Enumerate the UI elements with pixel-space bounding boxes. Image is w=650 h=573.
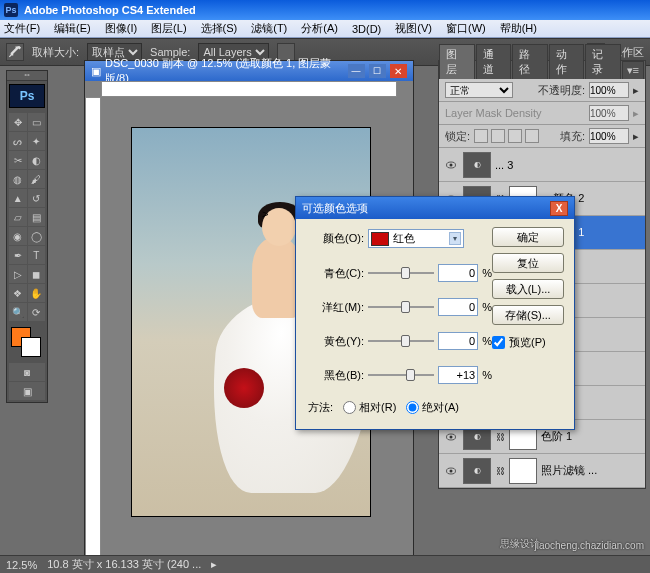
ok-button[interactable]: 确定 <box>492 227 564 247</box>
chevron-down-icon[interactable]: ▾ <box>449 232 461 245</box>
tool-screenmode[interactable]: ▣ <box>9 382 45 400</box>
preview-checkbox-row[interactable]: 预览(P) <box>492 335 564 350</box>
tool-brush[interactable]: 🖌 <box>28 170 46 188</box>
menu-3d[interactable]: 3D(D) <box>352 23 381 35</box>
menu-select[interactable]: 选择(S) <box>201 21 238 36</box>
minimize-button[interactable]: — <box>348 64 365 78</box>
slider-value-1[interactable] <box>438 298 478 316</box>
tab-layers[interactable]: 图层 <box>439 44 475 79</box>
tab-channels[interactable]: 通道 <box>476 44 512 79</box>
layer-mask-thumb[interactable] <box>509 458 537 484</box>
slider-3[interactable] <box>368 368 434 382</box>
opacity-flyout-icon[interactable]: ▸ <box>633 84 639 97</box>
zoom-level[interactable]: 12.5% <box>6 559 37 571</box>
cancel-button[interactable]: 复位 <box>492 253 564 273</box>
layer-adj-thumb[interactable]: ◐ <box>463 458 491 484</box>
layer-row-9[interactable]: ◐⛓照片滤镜 ... <box>439 454 645 488</box>
tool-gradient[interactable]: ▤ <box>28 208 46 226</box>
layer-name[interactable]: ... 3 <box>495 159 641 171</box>
slider-0[interactable] <box>368 266 434 280</box>
tool-wand[interactable]: ✦ <box>28 132 46 150</box>
ruler-horizontal[interactable] <box>101 81 397 97</box>
lock-all-icon[interactable] <box>525 129 539 143</box>
method-absolute-radio[interactable] <box>406 401 419 414</box>
layer-row-0[interactable]: ◐... 3 <box>439 148 645 182</box>
visibility-eye-icon[interactable] <box>443 429 459 445</box>
tool-eyedropper[interactable]: ◐ <box>28 151 46 169</box>
menu-edit[interactable]: 编辑(E) <box>54 21 91 36</box>
layer-name[interactable]: 照片滤镜 ... <box>541 463 641 478</box>
tool-shape[interactable]: ◼ <box>28 265 46 283</box>
lock-pixels-icon[interactable] <box>491 129 505 143</box>
tool-quickmask[interactable]: ◙ <box>9 363 45 381</box>
menu-layer[interactable]: 图层(L) <box>151 21 186 36</box>
preview-checkbox[interactable] <box>492 336 505 349</box>
menu-filter[interactable]: 滤镜(T) <box>251 21 287 36</box>
toolbox[interactable]: •• Ps ✥▭ ᔕ✦ ✂◐ ◍🖌 ▲↺ ▱▤ ◉◯ ✒T ▷◼ ❖✋ 🔍⟳ ◙… <box>6 70 48 403</box>
color-select[interactable]: 红色 ▾ <box>368 229 464 248</box>
doc-close-button[interactable]: ✕ <box>390 64 407 78</box>
eyedropper-icon[interactable] <box>6 43 24 61</box>
menu-window[interactable]: 窗口(W) <box>446 21 486 36</box>
lock-position-icon[interactable] <box>508 129 522 143</box>
menu-view[interactable]: 视图(V) <box>395 21 432 36</box>
dialog-close-button[interactable]: X <box>550 201 568 216</box>
tool-crop[interactable]: ✂ <box>9 151 27 169</box>
tool-heal[interactable]: ◍ <box>9 170 27 188</box>
tool-stamp[interactable]: ▲ <box>9 189 27 207</box>
method-absolute[interactable]: 绝对(A) <box>406 400 459 415</box>
toolbox-grip[interactable]: •• <box>7 71 47 81</box>
slider-value-2[interactable] <box>438 332 478 350</box>
method-relative-radio[interactable] <box>343 401 356 414</box>
main-menubar[interactable]: 文件(F) 编辑(E) 图像(I) 图层(L) 选择(S) 滤镜(T) 分析(A… <box>0 20 650 38</box>
menu-analysis[interactable]: 分析(A) <box>301 21 338 36</box>
tool-marquee[interactable]: ▭ <box>28 113 46 131</box>
link-icon[interactable]: ⛓ <box>495 432 505 442</box>
maximize-button[interactable]: ☐ <box>369 64 386 78</box>
background-color[interactable] <box>21 337 41 357</box>
tool-lasso[interactable]: ᔕ <box>9 132 27 150</box>
method-relative[interactable]: 相对(R) <box>343 400 396 415</box>
fill-flyout-icon[interactable]: ▸ <box>633 130 639 143</box>
opacity-input[interactable] <box>589 82 629 98</box>
link-icon[interactable]: ⛓ <box>495 466 505 476</box>
tool-move[interactable]: ✥ <box>9 113 27 131</box>
menu-image[interactable]: 图像(I) <box>105 21 137 36</box>
layer-adj-thumb[interactable]: ◐ <box>463 152 491 178</box>
layer-name[interactable]: 色阶 1 <box>541 429 641 444</box>
blend-mode-select[interactable]: 正常 <box>445 82 513 98</box>
tool-eraser[interactable]: ▱ <box>9 208 27 226</box>
tool-path[interactable]: ▷ <box>9 265 27 283</box>
dialog-titlebar[interactable]: 可选颜色选项 X <box>296 197 574 219</box>
slider-2[interactable] <box>368 334 434 348</box>
document-titlebar[interactable]: ▣ DSC_0030 副本 @ 12.5% (选取颜色 1, 图层蒙版/8) —… <box>85 61 413 81</box>
tool-type[interactable]: T <box>28 246 46 264</box>
menu-file[interactable]: 文件(F) <box>4 21 40 36</box>
tool-dodge[interactable]: ◯ <box>28 227 46 245</box>
tool-zoom[interactable]: 🔍 <box>9 303 27 321</box>
tab-actions[interactable]: 动作 <box>549 44 585 79</box>
tool-hand[interactable]: ✋ <box>28 284 46 302</box>
panel-tab-strip[interactable]: 图层 通道 路径 动作 记录 ▾≡ <box>439 61 645 79</box>
tool-blur[interactable]: ◉ <box>9 227 27 245</box>
ruler-vertical[interactable] <box>85 97 101 557</box>
color-swatches[interactable] <box>7 323 47 361</box>
menu-help[interactable]: 帮助(H) <box>500 21 537 36</box>
panel-menu-icon[interactable]: ▾≡ <box>622 61 644 79</box>
tool-pen[interactable]: ✒ <box>9 246 27 264</box>
tab-paths[interactable]: 路径 <box>512 44 548 79</box>
load-button[interactable]: 载入(L)... <box>492 279 564 299</box>
tool-rotate[interactable]: ⟳ <box>28 303 46 321</box>
tool-history[interactable]: ↺ <box>28 189 46 207</box>
lock-transparency-icon[interactable] <box>474 129 488 143</box>
visibility-eye-icon[interactable] <box>443 463 459 479</box>
tool-3d[interactable]: ❖ <box>9 284 27 302</box>
slider-value-3[interactable] <box>438 366 478 384</box>
slider-value-0[interactable] <box>438 264 478 282</box>
status-flyout-icon[interactable]: ▸ <box>211 558 217 571</box>
fill-input[interactable] <box>589 128 629 144</box>
save-button[interactable]: 存储(S)... <box>492 305 564 325</box>
visibility-eye-icon[interactable] <box>443 157 459 173</box>
tab-history[interactable]: 记录 <box>585 44 621 79</box>
slider-1[interactable] <box>368 300 434 314</box>
